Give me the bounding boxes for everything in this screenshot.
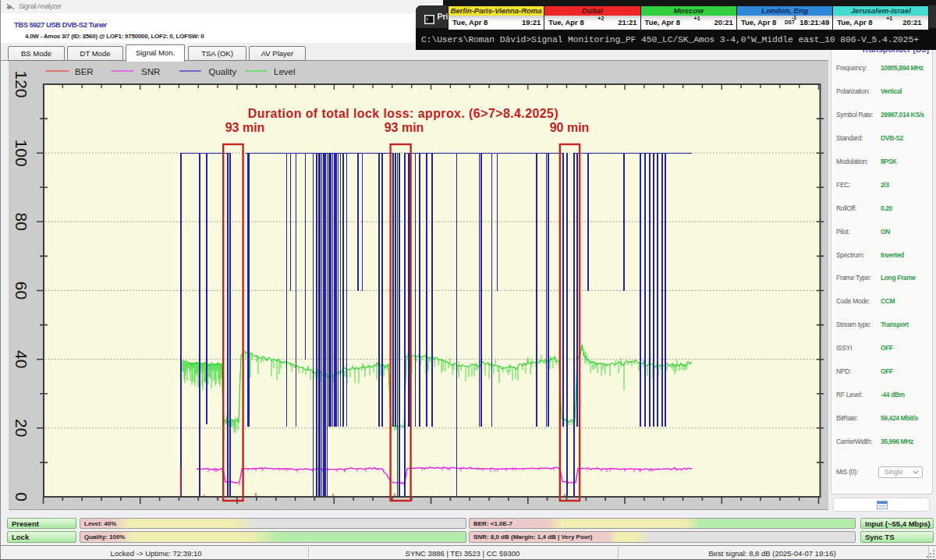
svg-text:60: 60 — [12, 282, 30, 299]
svg-text:100: 100 — [12, 140, 30, 167]
svg-text:90 min: 90 min — [550, 121, 590, 134]
svg-text:Quality: Quality — [209, 67, 237, 76]
svg-text:SNR: SNR — [141, 67, 160, 76]
svg-text:0: 0 — [12, 492, 30, 502]
svg-text:20: 20 — [12, 419, 30, 437]
svg-text:Duration of total lock loss: a: Duration of total lock loss: approx. (6>… — [248, 107, 558, 120]
svg-text:80: 80 — [12, 213, 30, 231]
svg-text:93 min: 93 min — [225, 121, 265, 134]
svg-text:Level: Level — [274, 67, 296, 76]
svg-text:93 min: 93 min — [385, 121, 424, 134]
svg-text:40: 40 — [12, 350, 30, 368]
svg-text:120: 120 — [12, 70, 30, 97]
svg-text:BER: BER — [75, 67, 94, 76]
